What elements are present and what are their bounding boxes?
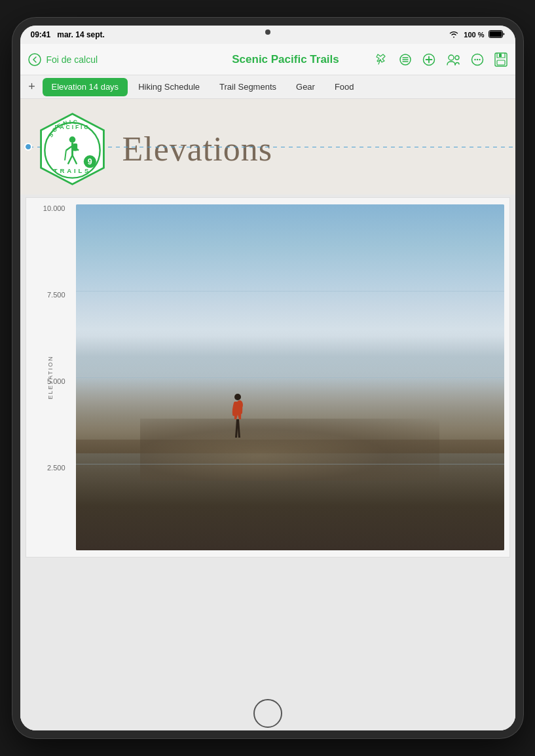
chart-section: ELEVATION 10.000 7.500 5.000 2.500 [26, 197, 510, 558]
time-display: 09:41 [31, 30, 51, 39]
tab-food-label: Food [335, 82, 354, 92]
y-value-top: 10.000 [43, 204, 65, 212]
svg-rect-18 [497, 60, 505, 65]
tab-food[interactable]: Food [325, 78, 363, 96]
grid-line-3 [76, 464, 504, 464]
chart-plot [76, 204, 504, 550]
add-element-button[interactable] [422, 53, 435, 66]
status-bar: 09:41 mar. 14 sept. 100 % [20, 26, 515, 44]
document-title: Scenic Pacific Trails [202, 53, 370, 66]
svg-point-2 [29, 54, 41, 66]
ipad-screen: 09:41 mar. 14 sept. 100 % [20, 26, 515, 730]
svg-point-13 [474, 58, 475, 60]
person-silhouette [230, 392, 246, 450]
back-button[interactable] [28, 53, 41, 66]
date-display: mar. 14 sept. [57, 30, 105, 39]
main-content: SCENIC PACIFIC [20, 99, 515, 730]
svg-point-14 [476, 58, 477, 60]
grid-line-2 [76, 377, 504, 378]
collaborate-icon[interactable] [446, 53, 460, 66]
svg-text:PACIFIC: PACIFIC [55, 123, 90, 130]
y-value-2: 7.500 [47, 291, 65, 299]
tab-gear-label: Gear [296, 82, 315, 92]
spreadsheet-area[interactable]: SCENIC PACIFIC [20, 99, 515, 730]
home-button[interactable] [253, 699, 282, 728]
logo-container: SCENIC PACIFIC [33, 109, 112, 188]
svg-point-10 [449, 55, 454, 60]
svg-point-15 [479, 58, 480, 60]
tab-hiking[interactable]: Hiking Schedule [129, 78, 209, 96]
header-section: SCENIC PACIFIC [20, 99, 515, 195]
pin-icon[interactable] [375, 53, 388, 66]
more-options-icon[interactable] [471, 53, 484, 66]
svg-point-23 [69, 136, 76, 143]
tab-segments[interactable]: Trail Segments [210, 78, 286, 96]
logo-svg: SCENIC PACIFIC [35, 111, 110, 187]
y-value-4: 2.500 [47, 464, 65, 472]
battery-icon [489, 30, 505, 39]
sheet-tabs: + Elevation 14 days Hiking Schedule Trai… [20, 75, 515, 99]
save-icon[interactable] [494, 52, 507, 67]
format-icon[interactable] [399, 53, 412, 66]
tab-elevation-label: Elevation 14 days [52, 82, 119, 92]
svg-point-11 [455, 56, 459, 60]
toolbar: Foi de calcul Scenic Pacific Trails [20, 44, 515, 75]
page-title: Elevations [122, 130, 502, 168]
tab-elevation[interactable]: Elevation 14 days [43, 78, 128, 96]
y-axis-label: ELEVATION [46, 355, 53, 399]
tab-segments-label: Trail Segments [219, 82, 276, 92]
svg-point-34 [234, 394, 241, 400]
add-sheet-button[interactable]: + [23, 78, 41, 96]
battery-percent: 100 % [464, 31, 484, 39]
grid-line-1 [76, 291, 504, 292]
tab-gear[interactable]: Gear [287, 78, 324, 96]
toolbar-actions [375, 52, 507, 67]
wifi-icon [448, 30, 460, 39]
ipad-frame: 09:41 mar. 14 sept. 100 % [12, 18, 523, 738]
status-indicators: 100 % [448, 30, 504, 39]
svg-text:TRAILS: TRAILS [54, 166, 92, 174]
svg-rect-17 [499, 54, 502, 57]
svg-rect-30 [73, 143, 77, 151]
y-axis: ELEVATION 10.000 7.500 5.000 2.500 [31, 204, 71, 550]
svg-text:9: 9 [88, 157, 92, 166]
tab-hiking-label: Hiking Schedule [138, 82, 200, 92]
selection-handle [24, 143, 32, 151]
camera [265, 29, 270, 35]
svg-rect-1 [489, 31, 502, 37]
status-time: 09:41 mar. 14 sept. [31, 30, 105, 39]
mountain-image [76, 204, 504, 550]
toolbar-left: Foi de calcul [28, 53, 196, 66]
back-label[interactable]: Foi de calcul [46, 54, 98, 65]
